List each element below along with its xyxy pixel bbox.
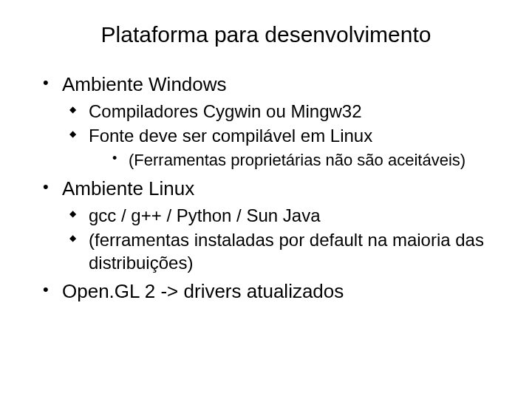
- bullet-item-opengl: Open.GL 2 -> drivers atualizados: [30, 279, 502, 304]
- bullet-text: Open.GL 2 -> drivers atualizados: [62, 280, 344, 302]
- bullet-item-compilers: Compiladores Cygwin ou Mingw32: [62, 100, 502, 123]
- slide-title: Plataforma para desenvolvimento: [30, 22, 502, 47]
- bullet-item-linux: Ambiente Linux gcc / g++ / Python / Sun …: [30, 177, 502, 274]
- bullet-item-gcc: gcc / g++ / Python / Sun Java: [62, 204, 502, 227]
- bullet-item-windows: Ambiente Windows Compiladores Cygwin ou …: [30, 72, 502, 171]
- bullet-text: gcc / g++ / Python / Sun Java: [89, 205, 321, 225]
- bullet-text: (Ferramentas proprietárias não são aceit…: [129, 151, 466, 169]
- bullet-list-level2: Compiladores Cygwin ou Mingw32 Fonte dev…: [62, 100, 502, 171]
- bullet-text: Fonte deve ser compilável em Linux: [89, 126, 372, 146]
- bullet-list-level3: (Ferramentas proprietárias não são aceit…: [89, 150, 502, 171]
- bullet-text: Ambiente Linux: [62, 177, 194, 200]
- bullet-text: Compiladores Cygwin ou Mingw32: [89, 101, 362, 121]
- bullet-list-level1: Ambiente Windows Compiladores Cygwin ou …: [30, 72, 502, 303]
- slide: Plataforma para desenvolvimento Ambiente…: [0, 0, 532, 399]
- bullet-text: Ambiente Windows: [62, 73, 227, 95]
- bullet-list-level2: gcc / g++ / Python / Sun Java (ferrament…: [62, 204, 502, 275]
- bullet-item-proprietary-tools: (Ferramentas proprietárias não são aceit…: [89, 150, 502, 171]
- bullet-item-default-tools: (ferramentas instaladas por default na m…: [62, 228, 502, 274]
- bullet-text: (ferramentas instaladas por default na m…: [89, 230, 484, 273]
- bullet-item-source-linux: Fonte deve ser compilável em Linux (Ferr…: [62, 124, 502, 171]
